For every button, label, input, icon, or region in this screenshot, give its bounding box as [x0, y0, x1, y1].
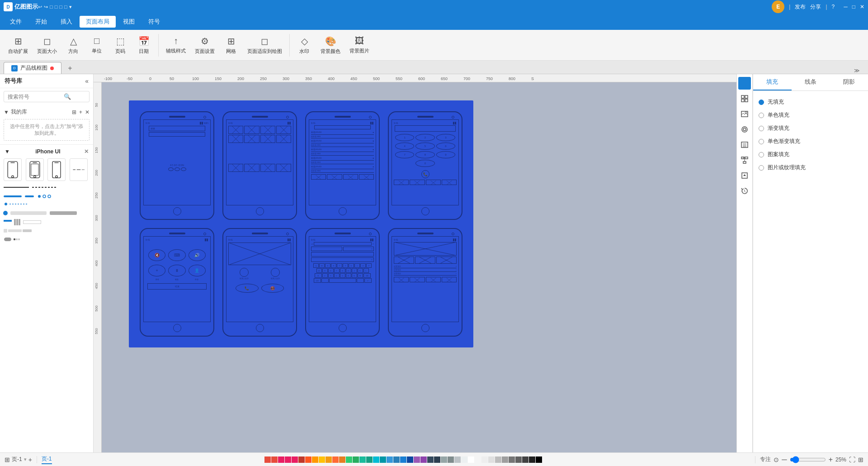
fill-option-solid[interactable]: 单色填充 — [759, 109, 863, 122]
color-swatch[interactable] — [407, 456, 413, 463]
menu-insert[interactable]: 插入 — [54, 16, 79, 28]
color-swatch[interactable] — [366, 456, 373, 463]
color-swatch[interactable] — [515, 456, 522, 463]
color-swatch[interactable] — [346, 456, 352, 463]
minimize-btn[interactable]: ─ — [844, 4, 848, 10]
color-swatch[interactable] — [488, 456, 495, 463]
library-close-btn[interactable]: ✕ — [85, 109, 90, 115]
style-tool-btn[interactable] — [738, 77, 751, 90]
symbol-phone-1[interactable] — [4, 158, 22, 181]
guide-style-btn[interactable]: ↑ 辅线样式 — [162, 34, 189, 56]
fill-option-mono-gradient[interactable]: 单色渐变填充 — [759, 135, 863, 148]
zoom-fit-btn[interactable]: ⊙ — [774, 456, 779, 463]
color-swatch[interactable] — [400, 456, 406, 463]
search-icon[interactable]: 🔍 — [64, 93, 71, 100]
color-swatch[interactable] — [481, 456, 488, 463]
auto-expand-btn[interactable]: ⊞ 自动扩展 — [5, 34, 32, 57]
tab-fill[interactable]: 填充 — [753, 74, 792, 90]
expand-btn[interactable]: ⊞ — [858, 456, 863, 463]
bg-image-btn[interactable]: 🖼 背景图片 — [346, 34, 373, 56]
add-tab-btn[interactable]: + — [64, 63, 76, 74]
color-swatch[interactable] — [292, 456, 298, 463]
open-btn[interactable]: □ — [55, 4, 58, 10]
page-size-btn[interactable]: ◻ 页面大小 — [33, 34, 61, 57]
save-btn[interactable]: □ — [50, 4, 53, 10]
color-swatch[interactable] — [475, 456, 481, 463]
panel-expand-btn[interactable]: ≫ — [854, 67, 860, 74]
fill-option-none[interactable]: 无填充 — [759, 95, 863, 109]
menu-symbol[interactable]: 符号 — [142, 16, 166, 28]
symbol-phone-2[interactable] — [26, 158, 44, 181]
menu-page-layout[interactable]: 页面布局 — [80, 16, 116, 28]
fill-option-pattern[interactable]: 图案填充 — [759, 148, 863, 161]
color-swatch[interactable] — [285, 456, 291, 463]
color-swatch[interactable] — [278, 456, 284, 463]
color-swatch[interactable] — [264, 456, 271, 463]
fullscreen-btn[interactable]: ⛶ — [849, 456, 855, 463]
color-swatch[interactable] — [468, 456, 474, 463]
color-swatch[interactable] — [427, 456, 434, 463]
color-swatch[interactable] — [502, 456, 508, 463]
color-swatch[interactable] — [495, 456, 501, 463]
color-swatch[interactable] — [332, 456, 339, 463]
panel-collapse-btn[interactable]: « — [85, 77, 89, 85]
symbol-phone-line[interactable] — [70, 158, 88, 181]
history-tool-btn[interactable] — [738, 185, 751, 197]
connect-tool-btn[interactable] — [738, 154, 751, 166]
current-page-tab[interactable]: 页-1 — [42, 455, 52, 464]
grid-tool-btn[interactable] — [738, 92, 751, 105]
color-swatch[interactable] — [339, 456, 345, 463]
iphone-ui-close-btn[interactable]: ✕ — [84, 148, 89, 155]
color-swatch[interactable] — [509, 456, 515, 463]
exclusive-btn[interactable]: 专注 — [760, 456, 771, 463]
tab-stroke[interactable]: 线条 — [792, 74, 830, 90]
zoom-slider[interactable] — [790, 456, 826, 463]
color-swatch[interactable] — [420, 456, 427, 463]
color-swatch[interactable] — [380, 456, 386, 463]
tab-product-wireframe[interactable]: D 产品线框图 — [4, 62, 61, 74]
color-swatch[interactable] — [387, 456, 393, 463]
color-swatch[interactable] — [359, 456, 366, 463]
layer-tool-btn[interactable] — [738, 123, 751, 136]
page-setup-btn[interactable]: ⚙ 页面设置 — [191, 34, 218, 57]
export-btn[interactable]: □ — [59, 4, 62, 10]
close-btn[interactable]: ✕ — [860, 4, 864, 10]
color-swatch[interactable] — [319, 456, 325, 463]
symbol-phone-3[interactable] — [47, 158, 66, 181]
color-swatch[interactable] — [454, 456, 461, 463]
list-tool-btn[interactable] — [738, 138, 751, 151]
image-tool-btn[interactable] — [738, 108, 751, 120]
canvas-viewport[interactable]: 9:41▊▊ WiFi 搜索 — [102, 82, 736, 452]
color-swatch[interactable] — [461, 456, 467, 463]
color-swatch[interactable] — [305, 456, 311, 463]
page-num-btn[interactable]: ⬚ 页码 — [109, 34, 131, 57]
maximize-btn[interactable]: □ — [852, 4, 855, 10]
menu-view[interactable]: 视图 — [117, 16, 141, 28]
user-avatar[interactable]: E — [772, 0, 784, 13]
help-btn[interactable]: ? — [832, 4, 835, 10]
redo-btn[interactable]: ↪ — [44, 4, 48, 10]
frame-tool-btn[interactable] — [738, 169, 751, 182]
pages-view-btn[interactable]: ⊞ — [5, 456, 10, 463]
color-swatch[interactable] — [393, 456, 400, 463]
fill-option-image[interactable]: 图片或纹理填充 — [759, 161, 863, 174]
search-input[interactable] — [8, 94, 62, 100]
watermark-btn[interactable]: ◇ 水印 — [293, 34, 315, 57]
more-btn[interactable]: ▾ — [69, 4, 72, 10]
date-btn[interactable]: 📅 日期 — [133, 34, 155, 57]
unit-btn[interactable]: □ 单位 — [86, 34, 108, 56]
color-swatch[interactable] — [326, 456, 332, 463]
color-swatch[interactable] — [536, 456, 542, 463]
add-page-btn[interactable]: + — [28, 456, 32, 463]
menu-start[interactable]: 开始 — [29, 16, 53, 28]
color-swatch[interactable] — [373, 456, 379, 463]
color-swatch[interactable] — [529, 456, 535, 463]
print-btn[interactable]: □ — [64, 4, 67, 10]
color-swatch[interactable] — [448, 456, 454, 463]
color-swatch[interactable] — [312, 456, 318, 463]
fit-drawing-btn[interactable]: ◻ 页面适应到绘图 — [244, 34, 286, 57]
color-swatch[interactable] — [414, 456, 420, 463]
library-export-btn[interactable]: ⊞ — [72, 109, 76, 115]
bg-color-btn[interactable]: 🎨 背景颜色 — [317, 34, 344, 57]
publish-btn[interactable]: 发布 — [795, 3, 806, 11]
